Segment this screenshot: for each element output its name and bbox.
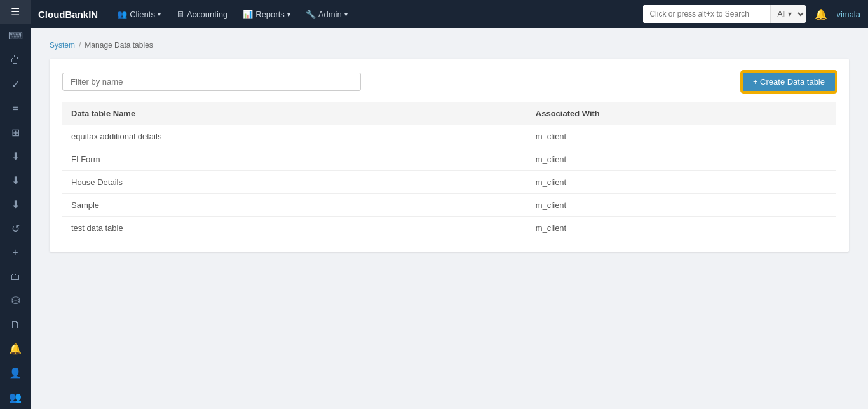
sidebar-file-icon[interactable]: 🗋 [0, 313, 31, 337]
sidebar-clock-icon[interactable]: ⏱ [0, 48, 31, 73]
sidebar-plus-icon[interactable]: + [0, 240, 31, 265]
sidebar: ☰ ⌨ ⏱ ✓ ≡ ⊞ ⬇ ⬇ ⬇ ↺ + 🗀 ⛁ 🗋 🔔 👤 👥 [0, 0, 31, 409]
col-header-name: Data table Name [62, 102, 527, 125]
reports-chevron-icon: ▾ [287, 11, 290, 18]
sidebar-user-plus-icon[interactable]: 👤 [0, 361, 31, 385]
main-area: CloudBankIN 👥 Clients ▾ 🖥 Accounting 📊 R… [31, 0, 868, 409]
sidebar-keyboard-icon[interactable]: ⌨ [0, 24, 31, 48]
nav-accounting-label: Accounting [187, 10, 227, 19]
cell-associated-with: m_client [527, 125, 836, 148]
search-box: All ▾ [643, 5, 806, 23]
sidebar-users-plus-icon[interactable]: 👥 [0, 385, 31, 409]
sidebar-list-icon[interactable]: ≡ [0, 96, 31, 120]
notification-bell-icon[interactable]: 🔔 [815, 8, 827, 20]
nav-admin-label: Admin [318, 10, 342, 19]
table-row[interactable]: FI Form m_client [62, 148, 836, 171]
cell-table-name: House Details [62, 171, 527, 194]
nav-reports-label: Reports [255, 10, 285, 19]
breadcrumb: System / Manage Data tables [50, 41, 849, 50]
sidebar-download1-icon[interactable]: ⬇ [0, 144, 31, 169]
admin-chevron-icon: ▾ [344, 11, 348, 18]
cell-associated-with: m_client [527, 171, 836, 194]
nav-clients[interactable]: 👥 Clients ▾ [111, 0, 167, 28]
admin-icon: 🔧 [306, 10, 316, 19]
sidebar-check-icon[interactable]: ✓ [0, 72, 31, 96]
cell-table-name: equifax additional details [62, 125, 527, 148]
col-header-associated: Associated With [527, 102, 836, 125]
manage-data-tables-card: + Create Data table Data table Name Asso… [50, 59, 849, 252]
nav-admin[interactable]: 🔧 Admin ▾ [299, 0, 354, 28]
sidebar-folder-icon[interactable]: 🗀 [0, 265, 31, 289]
user-menu[interactable]: vimala [836, 10, 860, 19]
breadcrumb-current: Manage Data tables [85, 41, 153, 50]
cell-table-name: test data table [62, 217, 527, 240]
content-area: System / Manage Data tables + Create Dat… [31, 28, 868, 409]
sidebar-hamburger-icon[interactable]: ☰ [0, 0, 31, 24]
table-row[interactable]: House Details m_client [62, 171, 836, 194]
cell-associated-with: m_client [527, 148, 836, 171]
accounting-icon: 🖥 [176, 10, 184, 19]
table-header-row: Data table Name Associated With [62, 102, 836, 125]
cell-table-name: FI Form [62, 148, 527, 171]
create-data-table-button[interactable]: + Create Data table [742, 71, 836, 92]
reports-icon: 📊 [243, 10, 253, 19]
breadcrumb-separator: / [79, 41, 81, 50]
nav-reports[interactable]: 📊 Reports ▾ [236, 0, 297, 28]
cell-table-name: Sample [62, 194, 527, 217]
brand-logo[interactable]: CloudBankIN [38, 9, 98, 20]
table-row[interactable]: test data table m_client [62, 217, 836, 240]
toolbar-row: + Create Data table [62, 71, 836, 92]
cell-associated-with: m_client [527, 217, 836, 240]
topnav: CloudBankIN 👥 Clients ▾ 🖥 Accounting 📊 R… [31, 0, 868, 28]
search-input[interactable] [643, 5, 770, 23]
nav-accounting[interactable]: 🖥 Accounting [170, 0, 234, 28]
sidebar-download2-icon[interactable]: ⬇ [0, 169, 31, 193]
filter-input[interactable] [62, 73, 361, 91]
clients-chevron-icon: ▾ [158, 11, 161, 18]
sidebar-refresh-icon[interactable]: ↺ [0, 216, 31, 240]
sidebar-download3-icon[interactable]: ⬇ [0, 193, 31, 217]
sidebar-table-icon[interactable]: ⊞ [0, 120, 31, 144]
sidebar-group-icon[interactable]: ⛁ [0, 289, 31, 313]
sidebar-bell-icon[interactable]: 🔔 [0, 337, 31, 361]
clients-icon: 👥 [117, 10, 127, 19]
table-row[interactable]: Sample m_client [62, 194, 836, 217]
search-filter-select[interactable]: All ▾ [770, 5, 806, 23]
table-row[interactable]: equifax additional details m_client [62, 125, 836, 148]
cell-associated-with: m_client [527, 194, 836, 217]
nav-clients-label: Clients [130, 10, 155, 19]
data-tables-table: Data table Name Associated With equifax … [62, 102, 836, 239]
breadcrumb-system-link[interactable]: System [50, 41, 75, 50]
